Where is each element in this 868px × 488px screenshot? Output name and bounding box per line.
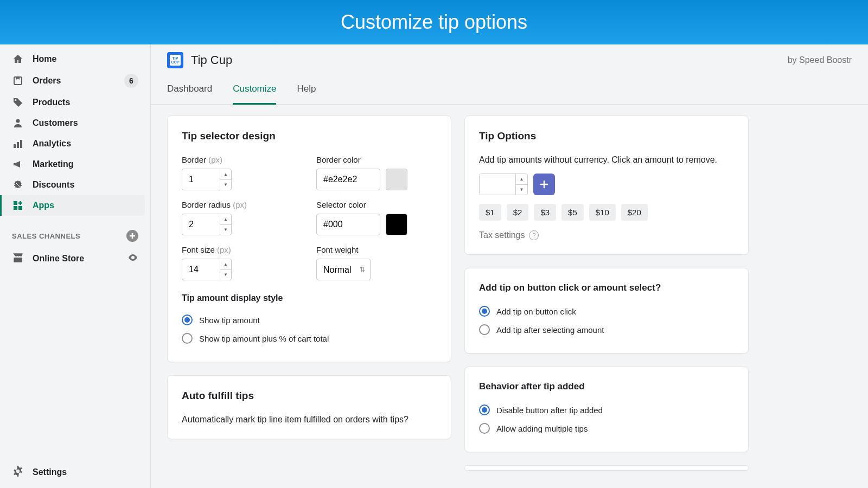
selector-color-swatch[interactable] xyxy=(386,214,407,235)
tip-amount-input[interactable] xyxy=(480,174,515,195)
fulfill-desc: Automatically mark tip line item fulfill… xyxy=(182,415,437,425)
tip-chip[interactable]: $3 xyxy=(534,204,556,221)
sidebar-item-label: Apps xyxy=(33,201,54,210)
page-banner: Customize tip options xyxy=(0,0,868,44)
settings-label: Settings xyxy=(33,467,67,477)
border-stepper[interactable]: ▲▼ xyxy=(220,169,232,190)
radio-icon xyxy=(479,404,490,415)
border-input[interactable] xyxy=(182,169,220,190)
card-auto-fulfill: Auto fulfill tips Automatically mark tip… xyxy=(167,375,451,439)
sidebar-item-settings[interactable]: Settings xyxy=(0,457,150,488)
tip-chip[interactable]: $1 xyxy=(479,204,501,221)
field-font-weight: Font weight Normal xyxy=(316,245,437,280)
sidebar-item-marketing[interactable]: Marketing xyxy=(5,154,145,175)
sidebar-item-label: Orders xyxy=(33,76,61,86)
border-color-swatch[interactable] xyxy=(386,169,407,190)
svg-rect-5 xyxy=(14,201,17,205)
field-border-color: Border color xyxy=(316,155,437,190)
sidebar-item-label: Products xyxy=(33,98,70,107)
sidebar-item-label: Customers xyxy=(33,118,78,128)
tip-amount-stepper[interactable]: ▲▼ xyxy=(515,174,527,195)
sidebar-item-products[interactable]: Products xyxy=(5,92,145,113)
sidebar-item-customers[interactable]: Customers xyxy=(5,113,145,133)
app-byline: by Speed Boostr xyxy=(788,55,852,65)
svg-rect-6 xyxy=(14,206,17,210)
options-helper: Add tip amounts without currency. Click … xyxy=(479,155,734,165)
font-size-input[interactable] xyxy=(182,259,220,280)
font-weight-select[interactable]: Normal xyxy=(316,259,371,280)
tip-chip[interactable]: $5 xyxy=(561,204,584,221)
sidebar-item-discounts[interactable]: Discounts xyxy=(5,175,145,195)
banner-title: Customize tip options xyxy=(341,11,527,34)
card-add-trigger: Add tip on button click or amount select… xyxy=(464,268,749,354)
tip-chip[interactable]: $20 xyxy=(621,204,648,221)
sidebar-item-home[interactable]: Home xyxy=(5,49,145,69)
card-title: Add tip on button click or amount select… xyxy=(479,282,734,293)
tab-help[interactable]: Help xyxy=(297,76,316,104)
radio-icon xyxy=(479,306,490,317)
orders-badge: 6 xyxy=(124,74,138,88)
display-style-heading: Tip amount display style xyxy=(182,293,437,303)
tag-icon xyxy=(12,97,24,108)
svg-rect-3 xyxy=(17,142,19,148)
radio-add-on-click[interactable]: Add tip on button click xyxy=(479,302,734,320)
card-placeholder xyxy=(464,465,749,471)
store-icon xyxy=(12,252,24,266)
main-content: TIP CUP Tip Cup by Speed Boostr Dashboar… xyxy=(151,44,868,488)
add-channel-button[interactable] xyxy=(126,230,138,242)
selector-color-input[interactable] xyxy=(316,214,380,235)
tip-chip[interactable]: $10 xyxy=(589,204,616,221)
bars-icon xyxy=(12,138,24,150)
app-logo-icon: TIP CUP xyxy=(167,52,183,68)
tax-settings-link[interactable]: Tax settings ? xyxy=(479,230,734,240)
card-behavior: Behavior after tip added Disable button … xyxy=(464,367,749,452)
sidebar-item-label: Home xyxy=(33,54,56,64)
sidebar-item-orders[interactable]: Orders 6 xyxy=(5,69,145,92)
card-title: Auto fulfill tips xyxy=(182,390,437,402)
radio-show-amount[interactable]: Show tip amount xyxy=(182,311,437,329)
radio-show-amount-percent[interactable]: Show tip amount plus % of cart total xyxy=(182,329,437,348)
radius-stepper[interactable]: ▲▼ xyxy=(220,214,232,235)
sidebar-section-channels: SALES CHANNELS xyxy=(0,216,150,247)
tab-customize[interactable]: Customize xyxy=(233,76,276,105)
app-title: Tip Cup xyxy=(191,53,780,67)
font-size-stepper[interactable]: ▲▼ xyxy=(220,259,232,280)
radius-input[interactable] xyxy=(182,214,220,235)
channel-online-store[interactable]: Online Store xyxy=(0,247,150,270)
sidebar-item-analytics[interactable]: Analytics xyxy=(5,133,145,154)
megaphone-icon xyxy=(12,158,24,170)
app-header: TIP CUP Tip Cup by Speed Boostr xyxy=(151,44,868,76)
tab-dashboard[interactable]: Dashboard xyxy=(167,76,212,104)
radio-add-on-select[interactable]: Add tip after selecting amount xyxy=(479,320,734,339)
border-color-input[interactable] xyxy=(316,169,380,190)
eye-icon[interactable] xyxy=(127,252,138,265)
field-border-radius: Border radius (px) ▲▼ xyxy=(182,200,302,235)
card-title: Tip selector design xyxy=(182,130,437,142)
radio-label: Add tip after selecting amount xyxy=(496,325,604,335)
card-tip-options: Tip Options Add tip amounts without curr… xyxy=(464,115,749,255)
radio-label: Disable button after tip added xyxy=(496,406,603,415)
radio-label: Add tip on button click xyxy=(496,307,576,316)
app-tabs: Dashboard Customize Help xyxy=(151,76,868,105)
sidebar-item-apps[interactable]: Apps xyxy=(0,195,145,216)
person-icon xyxy=(12,117,24,129)
radio-icon xyxy=(182,314,193,325)
add-tip-button[interactable] xyxy=(533,174,555,195)
radio-icon xyxy=(182,333,193,344)
gear-icon xyxy=(12,465,24,479)
radio-label: Allow adding multiple tips xyxy=(496,424,588,433)
tip-chips: $1 $2 $3 $5 $10 $20 xyxy=(479,204,734,221)
radio-allow-multiple[interactable]: Allow adding multiple tips xyxy=(479,419,734,438)
svg-rect-4 xyxy=(20,140,22,148)
sidebar-item-label: Marketing xyxy=(33,159,74,169)
discount-icon xyxy=(12,179,24,191)
svg-point-1 xyxy=(16,119,20,123)
radio-icon xyxy=(479,423,490,434)
svg-rect-7 xyxy=(18,206,22,210)
channel-label: Online Store xyxy=(33,254,84,264)
apps-icon xyxy=(12,200,24,211)
home-icon xyxy=(12,53,24,65)
tip-chip[interactable]: $2 xyxy=(507,204,529,221)
radio-disable-after[interactable]: Disable button after tip added xyxy=(479,401,734,419)
radio-label: Show tip amount xyxy=(199,316,260,325)
